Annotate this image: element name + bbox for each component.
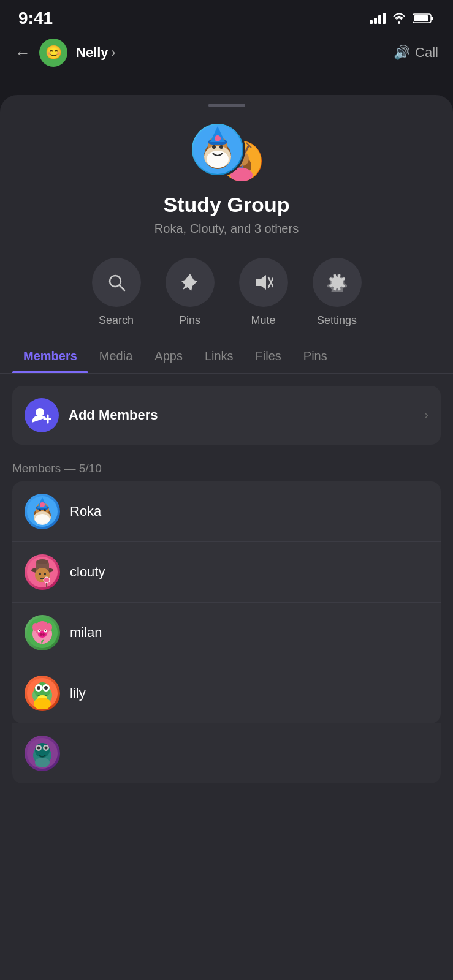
group-avatar-stack	[190, 122, 264, 183]
svg-point-52	[39, 573, 41, 575]
settings-icon-circle	[313, 258, 362, 307]
svg-point-74	[44, 686, 48, 690]
nav-bar: ← 😊 Nelly › 🔊 Call	[0, 33, 453, 72]
tab-links[interactable]: Links	[194, 339, 245, 373]
svg-rect-6	[414, 15, 428, 21]
svg-point-54	[44, 577, 50, 583]
svg-point-14	[215, 135, 221, 141]
member-name-roka: Roka	[70, 503, 101, 519]
svg-point-61	[42, 633, 45, 636]
tab-pins[interactable]: Pins	[292, 339, 338, 373]
speaker-icon: 🔊	[394, 45, 410, 61]
svg-point-44	[40, 502, 45, 507]
clouty-avatar-art	[27, 557, 58, 587]
pins-icon-circle	[166, 258, 215, 307]
roka-avatar-art	[27, 496, 58, 527]
svg-marker-29	[256, 275, 266, 290]
svg-point-64	[39, 630, 40, 631]
member-avatar-other	[25, 736, 60, 771]
lily-avatar-art	[27, 678, 58, 709]
back-button[interactable]: ←	[15, 43, 31, 62]
svg-point-65	[45, 630, 46, 631]
member-name-milan: milan	[70, 625, 102, 641]
svg-rect-1	[374, 18, 377, 24]
add-members-label: Add Members	[69, 407, 414, 423]
member-item[interactable]: lily	[12, 663, 441, 723]
svg-point-73	[37, 686, 40, 690]
svg-point-83	[45, 747, 48, 750]
nav-contact-name: Nelly	[76, 45, 108, 60]
status-bar: 9:41	[0, 0, 453, 33]
svg-point-66	[32, 623, 39, 631]
svg-point-82	[37, 747, 40, 750]
status-icons	[370, 13, 435, 24]
pins-action[interactable]: Pins	[166, 258, 215, 327]
svg-point-53	[44, 573, 46, 575]
member-avatar-roka	[25, 494, 60, 529]
member-name-lily: lily	[70, 685, 86, 701]
signal-icon	[370, 13, 386, 24]
settings-action[interactable]: Settings	[313, 258, 362, 327]
add-members-section: Add Members ›	[0, 374, 453, 450]
other-avatar-art	[27, 738, 58, 769]
milan-avatar-art	[27, 617, 58, 648]
members-list: Roka	[12, 481, 441, 723]
chevron-right-icon: ›	[424, 407, 428, 423]
group-name: Study Group	[0, 193, 453, 217]
svg-rect-5	[431, 17, 433, 20]
member-avatar-clouty	[25, 554, 60, 590]
pins-icon	[180, 273, 200, 292]
svg-point-60	[40, 633, 42, 636]
members-count: Members — 5/10	[0, 450, 453, 481]
svg-rect-0	[370, 20, 373, 24]
svg-rect-3	[383, 13, 386, 24]
avatar-main	[190, 122, 245, 177]
svg-point-50	[36, 559, 48, 564]
search-action[interactable]: Search	[92, 258, 141, 327]
settings-label: Settings	[317, 314, 357, 327]
settings-icon	[327, 273, 347, 292]
pins-label: Pins	[179, 314, 200, 327]
member-item[interactable]: milan	[12, 603, 441, 663]
add-members-card[interactable]: Add Members ›	[12, 386, 441, 445]
mute-icon	[254, 273, 273, 292]
member-avatar-lily	[25, 676, 60, 711]
mute-icon-circle	[239, 258, 288, 307]
svg-line-28	[120, 285, 124, 290]
svg-point-84	[35, 758, 50, 767]
add-members-icon	[25, 398, 59, 432]
member-item[interactable]: clouty	[12, 542, 441, 603]
member-item[interactable]: Roka	[12, 481, 441, 542]
svg-point-45	[39, 509, 41, 511]
svg-point-11	[207, 151, 229, 168]
nav-chevron: ›	[111, 45, 115, 60]
tab-apps[interactable]: Apps	[143, 339, 194, 373]
tab-members[interactable]: Members	[12, 339, 88, 373]
action-buttons: Search Pins Mute	[0, 236, 453, 339]
member-name-clouty: clouty	[70, 564, 105, 580]
tab-media[interactable]: Media	[88, 339, 143, 373]
svg-point-34	[36, 408, 44, 417]
nav-avatar: 😊	[39, 39, 67, 67]
search-icon-circle	[92, 258, 141, 307]
tab-files[interactable]: Files	[245, 339, 292, 373]
svg-point-67	[46, 623, 52, 631]
mute-action[interactable]: Mute	[239, 258, 288, 327]
svg-rect-2	[378, 15, 381, 24]
main-avatar-art	[193, 125, 242, 174]
battery-icon	[413, 13, 435, 24]
member-item-partial[interactable]	[12, 723, 441, 783]
group-members-text: Roka, Clouty, and 3 others	[0, 222, 453, 236]
call-label[interactable]: Call	[415, 45, 438, 61]
search-label: Search	[99, 314, 134, 327]
mute-label: Mute	[251, 314, 275, 327]
svg-point-15	[212, 145, 216, 149]
wifi-icon	[392, 13, 406, 24]
svg-point-16	[219, 145, 223, 149]
bottom-sheet: Study Group Roka, Clouty, and 3 others S…	[0, 95, 453, 980]
nav-right: 🔊 Call	[394, 45, 438, 61]
status-time: 9:41	[18, 9, 53, 28]
group-avatar-section	[0, 107, 453, 193]
svg-point-41	[35, 514, 50, 525]
tabs-container: Members Media Apps Links Files Pins	[0, 339, 453, 374]
